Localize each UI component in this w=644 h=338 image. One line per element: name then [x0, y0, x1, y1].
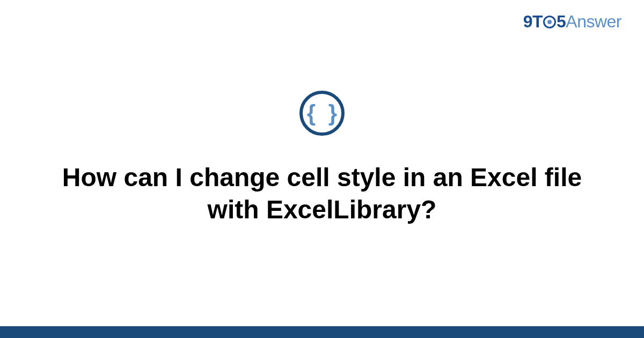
main-content: { } How can I change cell style in an Ex… — [0, 0, 644, 338]
footer-bar — [0, 326, 644, 338]
category-icon-circle: { } — [299, 91, 345, 136]
code-braces-icon: { } — [307, 102, 340, 124]
question-title: How can I change cell style in an Excel … — [59, 161, 585, 226]
